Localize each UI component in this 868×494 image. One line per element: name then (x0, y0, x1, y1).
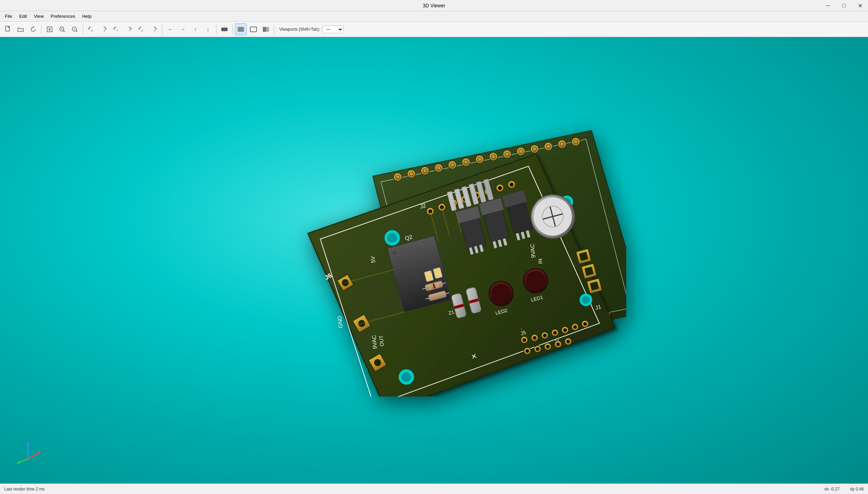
svg-text:Y: Y (116, 29, 118, 32)
svg-text:5V: 5V (370, 256, 376, 263)
app-title: 3D Viewer (423, 3, 445, 8)
flip-board-button[interactable] (218, 23, 230, 35)
svg-rect-214 (590, 282, 598, 290)
render-time: Last render time 2 ms (4, 487, 45, 492)
pcb-scene: J5 J4 (0, 37, 868, 484)
coordinates: dx -0.27 dy 0.46 (824, 487, 864, 492)
menu-view[interactable]: View (30, 12, 47, 20)
menu-help[interactable]: Help (79, 12, 95, 20)
zoom-in-button[interactable] (56, 23, 68, 35)
svg-text:X: X (91, 29, 93, 32)
pan-up-button[interactable]: ↑ (190, 23, 201, 35)
rotate-x-right-button[interactable]: X (98, 23, 110, 35)
svg-rect-28 (263, 27, 266, 32)
viewport-select[interactable]: — (322, 26, 343, 33)
rotate-y-left-button[interactable]: Y (110, 23, 122, 35)
svg-text:Z: Z (141, 29, 143, 32)
new-button[interactable] (2, 23, 14, 35)
svg-marker-227 (16, 461, 20, 464)
svg-rect-212 (585, 267, 593, 275)
svg-rect-26 (250, 27, 257, 32)
view-solid-button[interactable] (235, 23, 247, 35)
close-button[interactable]: ✕ (852, 0, 868, 11)
menu-edit[interactable]: Edit (16, 12, 30, 20)
viewport-label: Viewports (Shift+Tab): (279, 27, 320, 32)
svg-line-10 (76, 30, 77, 32)
menu-bar: File Edit View Preferences Help (0, 11, 868, 22)
pcb-svg: J5 J4 (242, 124, 626, 397)
restore-button[interactable]: □ (836, 0, 852, 11)
rotate-z-right-button[interactable]: Z (148, 23, 160, 35)
sep3 (162, 24, 162, 34)
svg-rect-25 (238, 27, 244, 32)
sep6 (274, 24, 274, 34)
reload-button[interactable] (27, 23, 39, 35)
svg-text:OUT: OUT (378, 335, 385, 347)
svg-text:9VAC: 9VAC (371, 335, 378, 349)
menu-preferences[interactable]: Preferences (47, 12, 79, 20)
menu-file[interactable]: File (1, 12, 16, 20)
pan-right-button[interactable]: → (177, 23, 189, 35)
sep2 (83, 24, 83, 34)
svg-rect-210 (579, 252, 587, 260)
rotate-z-left-button[interactable]: Z (135, 23, 147, 35)
rotate-x-left-button[interactable]: X (85, 23, 97, 35)
svg-line-7 (63, 30, 65, 32)
svg-text:X: X (104, 29, 106, 32)
axis-indicator (14, 438, 42, 466)
zoom-fit-button[interactable] (44, 23, 55, 35)
sep1 (41, 24, 42, 34)
svg-marker-223 (27, 442, 29, 445)
svg-text:IN: IN (537, 259, 543, 264)
title-bar: 3D Viewer ─ □ ✕ (0, 0, 868, 11)
pan-down-button[interactable]: ↓ (202, 23, 214, 35)
dy-value: dy 0.46 (850, 487, 864, 492)
sep4 (216, 24, 216, 34)
svg-text:GND: GND (336, 315, 343, 328)
svg-text:9VAC: 9VAC (529, 244, 536, 258)
sep5 (232, 24, 233, 34)
view-raytraced-button[interactable] (260, 23, 272, 35)
minimize-button[interactable]: ─ (820, 0, 836, 11)
dx-value: dx -0.27 (824, 487, 839, 492)
svg-line-224 (28, 453, 39, 459)
open-button[interactable] (15, 23, 27, 35)
pan-left-button[interactable]: ← (164, 23, 176, 35)
svg-text:Z: Z (154, 29, 156, 32)
svg-text:Y: Y (129, 29, 131, 32)
zoom-out-button[interactable] (69, 23, 81, 35)
window-controls: ─ □ ✕ (820, 0, 868, 11)
toolbar: X X Y Y Z Z ← → ↑ ↓ Viewports (Shift+Tab… (0, 22, 868, 37)
viewport[interactable]: J5 J4 (0, 37, 868, 484)
view-wire-button[interactable] (247, 23, 259, 35)
status-bar: Last render time 2 ms dx -0.27 dy 0.46 (0, 484, 868, 494)
rotate-y-right-button[interactable]: Y (123, 23, 135, 35)
